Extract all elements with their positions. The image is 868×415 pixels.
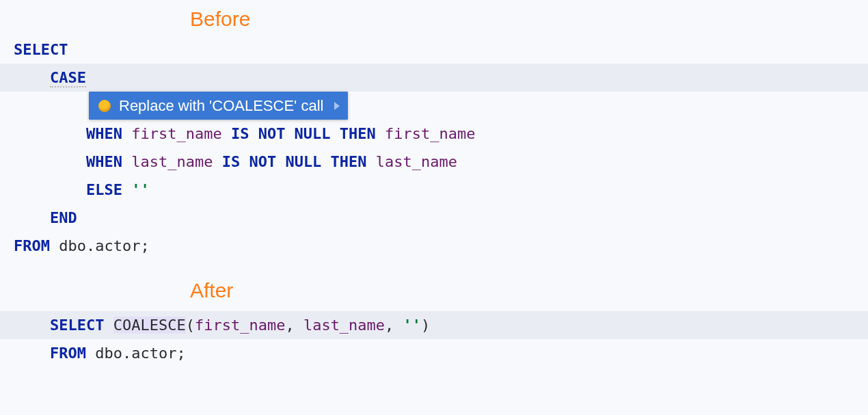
comma: , xyxy=(385,317,403,334)
keyword-from: FROM xyxy=(14,237,50,254)
keyword-isnotnull-then: IS NOT NULL THEN xyxy=(222,153,367,170)
identifier: first_name xyxy=(385,125,475,142)
code-line: WHEN first_name IS NOT NULL THEN first_n… xyxy=(0,120,868,148)
keyword-from: FROM xyxy=(50,345,86,362)
semicolon: ; xyxy=(140,237,149,254)
code-line: FROM dbo.actor; xyxy=(0,339,868,367)
keyword-end: END xyxy=(50,209,77,226)
code-line: ELSE '' xyxy=(0,176,868,204)
table-ref: dbo.actor xyxy=(95,345,176,362)
paren-close: ) xyxy=(421,317,430,334)
keyword-when: WHEN xyxy=(86,125,122,142)
keyword-select: SELECT xyxy=(14,41,68,58)
function-coalesce: COALESCE xyxy=(113,317,186,334)
heading-after: After xyxy=(0,260,868,311)
keyword-isnotnull-then: IS NOT NULL THEN xyxy=(231,125,376,142)
keyword-else: ELSE xyxy=(86,181,122,198)
code-line: WHEN last_name IS NOT NULL THEN last_nam… xyxy=(0,148,868,176)
code-line: FROM dbo.actor; xyxy=(0,232,868,260)
heading-before: Before xyxy=(0,0,868,36)
comma: , xyxy=(285,317,303,334)
table-ref: dbo.actor xyxy=(59,237,140,254)
string-literal: '' xyxy=(131,181,150,198)
intention-action-label: Replace with 'COALESCE' call xyxy=(119,92,323,120)
identifier: first_name xyxy=(131,125,221,142)
code-line: SELECT COALESCE(first_name, last_name, '… xyxy=(0,311,868,339)
identifier: last_name xyxy=(376,153,457,170)
identifier: last_name xyxy=(303,317,385,334)
string-literal: '' xyxy=(403,317,422,334)
lightbulb-icon xyxy=(98,100,111,112)
intention-action-popup[interactable]: Replace with 'COALESCE' call xyxy=(89,92,348,120)
code-line: END xyxy=(0,204,868,232)
code-line: CASE xyxy=(0,64,868,92)
code-line: Replace with 'COALESCE' call xyxy=(0,92,868,120)
chevron-right-icon xyxy=(334,102,340,110)
identifier: first_name xyxy=(195,317,285,334)
paren-open: ( xyxy=(186,317,195,334)
code-line: SELECT xyxy=(0,36,868,64)
keyword-when: WHEN xyxy=(86,153,122,170)
semicolon: ; xyxy=(176,345,185,362)
keyword-select: SELECT xyxy=(50,317,104,334)
identifier: last_name xyxy=(131,153,213,170)
keyword-case: CASE xyxy=(50,69,86,88)
